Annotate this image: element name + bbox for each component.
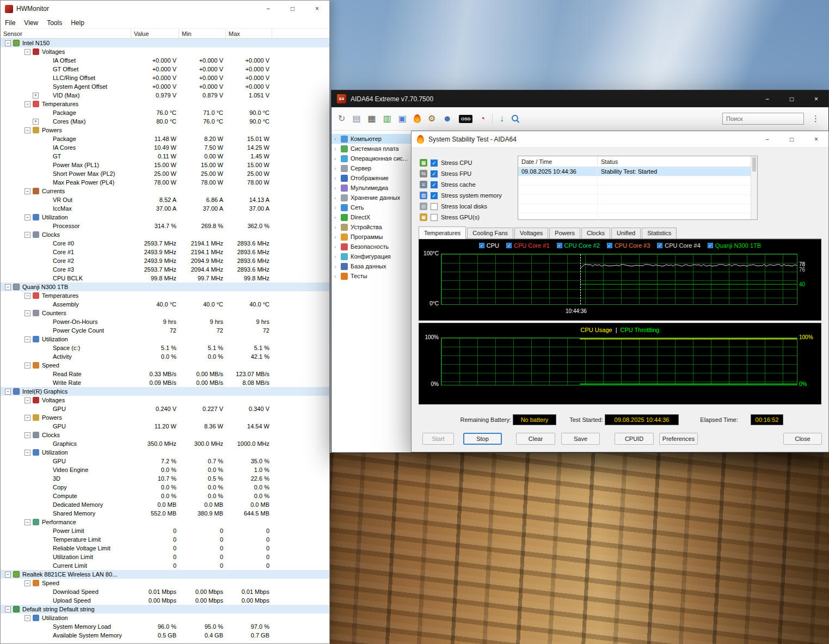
legend-item[interactable]: ✓CPU Core #3 bbox=[607, 242, 650, 249]
hwmonitor-sensor-row[interactable]: Copy0.0 %0.0 %0.0 % bbox=[1, 483, 329, 492]
checkbox[interactable] bbox=[431, 214, 438, 221]
hwmonitor-sensor-row[interactable]: CPU BCLK99.8 MHz99.7 MHz99.8 MHz bbox=[1, 274, 329, 283]
column-sensor[interactable]: Sensor bbox=[1, 29, 131, 38]
tab-cooling-fans[interactable]: Cooling Fans bbox=[467, 228, 513, 238]
hwmonitor-category-row[interactable]: −Temperatures bbox=[1, 100, 329, 108]
hwmonitor-sensor-row[interactable]: Graphics350.0 MHz300.0 MHz1000.0 MHz bbox=[1, 439, 329, 448]
hwmonitor-sensor-row[interactable]: GPU7.2 %0.7 %35.0 % bbox=[1, 457, 329, 465]
nav-item-storage[interactable]: ›Хранение данных bbox=[331, 193, 412, 203]
hwmonitor-sensor-row[interactable]: Processor314.7 %269.8 %362.0 % bbox=[1, 222, 329, 230]
log-column-status[interactable]: Status bbox=[598, 158, 751, 165]
hwmonitor-sensor-row[interactable]: System Memory Load96.0 %95.0 %97.0 % bbox=[1, 622, 329, 631]
hwmonitor-category-row[interactable]: −Speed bbox=[1, 579, 329, 587]
stress-option[interactable]: ≡✓Stress cache bbox=[420, 179, 502, 190]
maximize-button[interactable]: □ bbox=[779, 90, 804, 107]
hwmonitor-sensor-row[interactable]: Available System Memory0.5 GB0.4 GB0.7 G… bbox=[1, 631, 329, 640]
nav-item-os[interactable]: ›Операционная сис... bbox=[331, 154, 412, 163]
close-button[interactable]: × bbox=[804, 90, 828, 107]
collapse-icon[interactable]: − bbox=[24, 214, 30, 220]
hwmonitor-sensor-row[interactable]: Max Peak Power (PL4)78.00 W78.00 W78.00 … bbox=[1, 178, 329, 187]
hwmonitor-sensor-row[interactable]: Core #12493.9 MHz2194.1 MHz2893.6 MHz bbox=[1, 248, 329, 256]
nav-item-directx[interactable]: ›DirectX bbox=[331, 212, 412, 222]
refresh-icon[interactable]: ↻ bbox=[338, 113, 345, 124]
hwmonitor-sensor-row[interactable]: Assembly40.0 °C40.0 °C40.0 °C bbox=[1, 300, 329, 309]
tab-powers[interactable]: Powers bbox=[549, 228, 580, 238]
hwmonitor-sensor-row[interactable]: Core #32593.7 MHz2094.4 MHz2893.6 MHz bbox=[1, 265, 329, 274]
hwmonitor-sensor-row[interactable]: IA Offset+0.000 V+0.000 V+0.000 V bbox=[1, 56, 329, 65]
clear-button[interactable]: Clear bbox=[516, 433, 555, 445]
hwmonitor-sensor-row[interactable]: Power Cycle Count727272 bbox=[1, 326, 329, 335]
legend-item[interactable]: ✓CPU bbox=[479, 242, 499, 249]
hwmonitor-category-row[interactable]: −Utilization bbox=[1, 448, 329, 457]
hwmonitor-sensor-row[interactable]: Reliable Voltage Limit000 bbox=[1, 544, 329, 553]
collapse-icon[interactable]: − bbox=[24, 615, 30, 621]
legend-item[interactable]: ✓Quanji N300 1TB bbox=[708, 242, 761, 249]
hwmonitor-category-row[interactable]: −Speed bbox=[1, 361, 329, 370]
collapse-icon[interactable]: − bbox=[24, 397, 30, 403]
hwmonitor-category-row[interactable]: −Utilization bbox=[1, 614, 329, 622]
hwmonitor-device-row[interactable]: −Default string Default string bbox=[1, 605, 329, 614]
nav-item-server[interactable]: ›Сервер bbox=[331, 163, 412, 173]
close-button[interactable]: × bbox=[305, 1, 329, 17]
hwmonitor-device-row[interactable]: −Intel N150 bbox=[1, 39, 329, 47]
collapse-icon[interactable]: − bbox=[24, 293, 30, 299]
tab-voltages[interactable]: Voltages bbox=[514, 228, 548, 238]
collapse-icon[interactable]: − bbox=[24, 310, 30, 316]
hwmonitor-device-row[interactable]: −Realtek 8821CE Wireless LAN 80... bbox=[1, 570, 329, 579]
settings-icon[interactable]: ⚙ bbox=[428, 113, 435, 124]
legend-checkbox[interactable]: ✓ bbox=[657, 243, 662, 248]
hwmonitor-sensor-row[interactable]: +VID (Max)0.979 V0.879 V1.051 V bbox=[1, 91, 329, 100]
report-icon[interactable]: ▤ bbox=[352, 113, 360, 124]
menu-view[interactable]: View bbox=[20, 18, 42, 28]
checkbox[interactable]: ✓ bbox=[431, 192, 438, 199]
cpuid-button[interactable]: CPUID bbox=[615, 433, 654, 445]
minimize-button[interactable]: − bbox=[755, 131, 779, 147]
nav-item-devices[interactable]: ›Устройства bbox=[331, 222, 412, 232]
nav-item-motherboard[interactable]: ›Системная плата bbox=[331, 144, 412, 154]
hwmonitor-sensor-row[interactable]: Read Rate0.33 MB/s0.00 MB/s123.07 MB/s bbox=[1, 370, 329, 378]
hwmonitor-category-row[interactable]: −Clocks bbox=[1, 230, 329, 239]
hwmonitor-sensor-row[interactable]: +Cores (Max)80.0 °C76.0 °C90.0 °C bbox=[1, 117, 329, 126]
legend-item[interactable]: ✓CPU Core #1 bbox=[506, 242, 549, 249]
hwmonitor-category-row[interactable]: −Voltages bbox=[1, 396, 329, 404]
hwmonitor-titlebar[interactable]: HWMonitor − □ × bbox=[1, 1, 329, 17]
hwmonitor-sensor-row[interactable]: Package76.0 °C71.0 °C90.0 °C bbox=[1, 108, 329, 117]
nav-item-configuration[interactable]: ›Конфигурация bbox=[331, 252, 412, 261]
nav-item-tests[interactable]: ›Тесты bbox=[331, 271, 412, 281]
hwmonitor-sensor-row[interactable]: Power Limit000 bbox=[1, 526, 329, 535]
hwmonitor-sensor-row[interactable]: Power Max (PL1)15.00 W15.00 W15.00 W bbox=[1, 161, 329, 169]
collapse-icon[interactable]: − bbox=[5, 40, 11, 46]
tab-statistics[interactable]: Statistics bbox=[642, 228, 677, 238]
collapse-icon[interactable]: − bbox=[24, 363, 30, 369]
hwmonitor-category-row[interactable]: −Temperatures bbox=[1, 291, 329, 300]
hwmonitor-category-row[interactable]: −Powers bbox=[1, 413, 329, 422]
hwmonitor-category-row[interactable]: −Counters bbox=[1, 309, 329, 317]
devices-icon[interactable]: ▣ bbox=[398, 113, 407, 124]
collapse-icon[interactable]: − bbox=[24, 101, 30, 107]
hwmonitor-sensor-row[interactable]: Video Engine0.0 %0.0 %1.0 % bbox=[1, 465, 329, 474]
preferences-button[interactable]: Preferences bbox=[659, 433, 698, 445]
menu-file[interactable]: File bbox=[1, 18, 20, 28]
hwmonitor-sensor-row[interactable]: Write Rate0.09 MB/s0.00 MB/s8.08 MB/s bbox=[1, 378, 329, 387]
stress-option[interactable]: ▣Stress GPU(s) bbox=[420, 212, 502, 223]
column-min[interactable]: Min bbox=[179, 29, 226, 38]
checkbox[interactable] bbox=[431, 203, 438, 210]
legend-checkbox[interactable]: ✓ bbox=[557, 243, 562, 248]
legend-checkbox[interactable]: ✓ bbox=[708, 243, 713, 248]
minimize-button[interactable]: − bbox=[256, 1, 280, 17]
hwmonitor-device-row[interactable]: −Intel(R) Graphics bbox=[1, 387, 329, 396]
stress-option[interactable]: %✓Stress FPU bbox=[420, 168, 502, 179]
tab-temperatures[interactable]: Temperatures bbox=[419, 226, 466, 239]
hwmonitor-sensor-row[interactable]: Space (c:)5.1 %5.1 %5.1 % bbox=[1, 344, 329, 352]
download-icon[interactable]: ↓ bbox=[500, 113, 504, 124]
collapse-icon[interactable]: − bbox=[5, 572, 11, 578]
hwmonitor-category-row[interactable]: −Performance bbox=[1, 518, 329, 526]
maximize-button[interactable]: □ bbox=[779, 131, 804, 147]
collapse-icon[interactable]: − bbox=[5, 389, 11, 395]
collapse-icon[interactable]: − bbox=[24, 188, 30, 194]
hwmonitor-sensor-row[interactable]: GT Offset+0.000 V+0.000 V+0.000 V bbox=[1, 65, 329, 73]
hwmonitor-sensor-row[interactable]: Upload Speed0.00 Mbps0.00 Mbps0.00 Mbps bbox=[1, 596, 329, 605]
hwmonitor-sensor-row[interactable]: Short Power Max (PL2)25.00 W25.00 W25.00… bbox=[1, 169, 329, 178]
search-icon[interactable] bbox=[511, 114, 520, 123]
hwmonitor-sensor-row[interactable]: Dedicated Memory0.0 MB0.0 MB0.0 MB bbox=[1, 500, 329, 509]
